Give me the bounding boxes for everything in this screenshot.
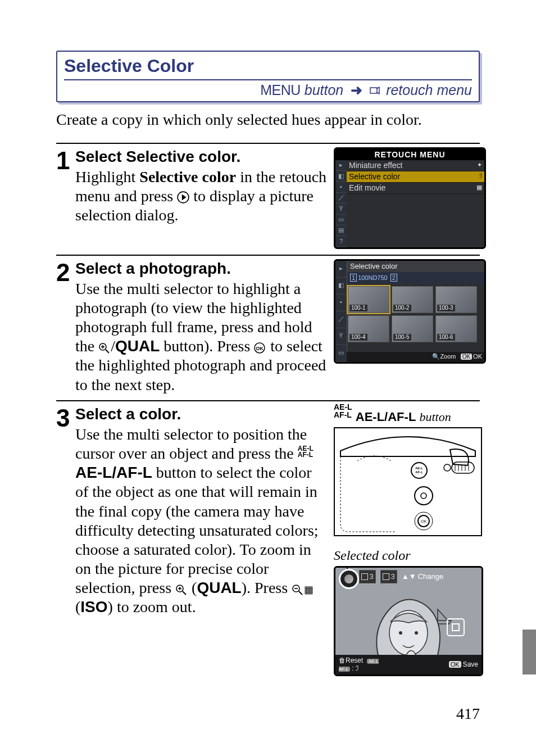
lcd1-item-edit-movie: Edit movie ▦ [347, 183, 484, 194]
reset-label: Reset [346, 657, 363, 664]
ok-button-icon: OK [254, 339, 266, 351]
arrow-right-icon: ➜ [351, 82, 362, 99]
svg-marker-2 [182, 194, 187, 201]
camera-icon: ◧ [335, 278, 347, 295]
step-3: 3 Select a color. Use the multi selector… [56, 400, 480, 676]
svg-text:OK: OK [256, 346, 264, 351]
thumb-5-label: 100-5 [393, 334, 411, 341]
pencil-icon: ／ [335, 193, 347, 203]
step-1-body-bold: Selective color [139, 168, 236, 185]
svg-text:OK: OK [421, 519, 426, 523]
step-1-title: Select Selective color. [75, 148, 240, 165]
lcd2-ok-pill: OK [461, 354, 472, 360]
eyedropper-icon: ℐ [356, 664, 359, 672]
step-2-body-mid: button). Press [160, 337, 254, 355]
step-3-body-1: Use the multi selector to position the c… [75, 425, 307, 462]
thumb-6-label: 100-6 [437, 334, 455, 341]
ael-prefix-icon: AE-LAF-L [298, 446, 314, 458]
thumb-1-label: 100-1 [349, 305, 367, 311]
lcd2-title: Selective color [347, 261, 484, 272]
mymenu-icon: ▤ [335, 225, 347, 236]
lcd1-item-miniature: Miniature effect ✦ [347, 160, 484, 171]
svg-text:AF-L: AF-L [415, 470, 423, 474]
page-number: 417 [56, 704, 480, 723]
svg-rect-0 [370, 88, 377, 93]
swatch-chip-1: 3 [359, 570, 376, 583]
help-icon: ? [335, 236, 347, 247]
svg-point-26 [415, 487, 433, 505]
retouch-menu-label: retouch menu [386, 82, 472, 98]
play-icon: ▸ [335, 160, 347, 171]
change-label: ▲▼Change [402, 572, 443, 581]
page-tab [523, 630, 536, 674]
change-text: Change [418, 572, 444, 581]
up-down-icon: ▲▼ [402, 572, 416, 581]
preview-bottombar: 🗑Reset AE-LAF-L: ℐ OKSave [335, 655, 482, 674]
menu-path: MENU button ➜ retouch menu [64, 79, 472, 99]
lcd1-item-selective: Selective color ℐ [347, 171, 484, 183]
preview-topbar: 3 3 ▲▼Change [359, 570, 479, 583]
pencil-icon: ／ [335, 311, 347, 328]
thumb-1: 100-1 [348, 286, 389, 313]
color-picker-reticle [447, 618, 465, 636]
save-label: Save [463, 660, 478, 668]
lcd-retouch-menu: RETOUCH MENU ▸ ◧ ▪ ／ Ÿ ▭ ▤ ? Miniature e… [334, 147, 486, 249]
selected-color-caption: Selected color [334, 547, 480, 564]
retouch-tab-icon: ▭ [335, 345, 347, 362]
wrench-icon: Ÿ [335, 328, 347, 345]
section-title: Selective Color [64, 55, 472, 77]
thumb-4-label: 100-4 [349, 334, 367, 341]
qual-label-2: QUAL [197, 579, 241, 596]
lcd2-zoom-label: Zoom [440, 353, 456, 360]
ok-pill: OK [449, 661, 461, 668]
lcd-photo-picker: ▸ ◧ ▪ ／ Ÿ ▭ Selective color 1100ND750 2 … [334, 259, 486, 364]
qual-label: QUAL [115, 337, 160, 355]
camera-icon: ◧ [335, 171, 347, 182]
lcd1-sidebar: ▸ ◧ ▪ ／ Ÿ ▭ ▤ ? [335, 160, 347, 247]
thumb-6: 100-6 [435, 315, 477, 342]
step-1-title-post: . [236, 148, 240, 165]
lcd2-sidebar: ▸ ◧ ▪ ／ Ÿ ▭ [335, 261, 347, 362]
chip-1-num: 3 [369, 572, 373, 581]
ael-button-caption: AE-LAF-L AE-L/AF-L button [334, 405, 480, 425]
lcd1-item-edit-movie-label: Edit movie [349, 183, 385, 193]
retouch-tab-icon: ▭ [335, 215, 347, 225]
magnify-minus-icon [292, 581, 304, 593]
wrench-icon: Ÿ [335, 203, 347, 214]
thumb-3: 100-3 [435, 286, 477, 313]
svg-point-33 [415, 631, 418, 635]
lcd1-item-selective-label: Selective color [349, 172, 400, 182]
step-1-body-pre: Highlight [75, 168, 139, 185]
lcd2-bottom-bar: 🔍Zoom OKOK [347, 352, 484, 361]
ael-caption-word: button [419, 410, 451, 424]
step-2-number: 2 [56, 259, 75, 395]
magnify-plus-icon [175, 581, 188, 593]
step-3-body-2: button to select the color of the object… [75, 464, 319, 596]
step-2: 2 Select a photograph. Use the multi sel… [56, 255, 480, 395]
thumb-2-label: 100-2 [393, 305, 411, 311]
step-1-title-bold: Selective color [126, 148, 236, 165]
magnify-icon: 🔍 [432, 353, 440, 360]
lcd2-folder-label: 100ND750 [358, 274, 388, 281]
step-3-body: Use the multi selector to position the c… [75, 425, 327, 617]
menu-btn-word: button [305, 82, 344, 98]
save-group: OKSave [449, 660, 478, 669]
svg-line-14 [299, 591, 302, 595]
movie-icon: ▪ [335, 182, 347, 192]
step-1-title-pre: Select [75, 148, 126, 165]
step-1-number: 1 [56, 147, 75, 249]
lcd1-item-miniature-label: Miniature effect [349, 161, 402, 170]
lcd2-folder-crumb: 1100ND750 2 [348, 272, 484, 284]
step-1-body: Highlight Selective color in the retouch… [75, 168, 327, 225]
menu-btn-label: MENU [260, 82, 301, 98]
magnify-plus-icon [98, 339, 111, 351]
intro-text: Create a copy in which only selected hue… [56, 110, 480, 129]
lcd1-title: RETOUCH MENU [335, 149, 484, 161]
selected-color-swatch [339, 569, 359, 589]
svg-line-10 [183, 591, 186, 595]
movie-icon: ▪ [335, 295, 347, 311]
lcd2-thumb-grid: 100-1 100-2 100-3 100-4 100-5 100-6 [348, 286, 484, 342]
swatch-chip-2: 3 [380, 570, 397, 583]
svg-point-32 [399, 631, 402, 635]
step-2-title: Select a photograph. [75, 260, 231, 277]
